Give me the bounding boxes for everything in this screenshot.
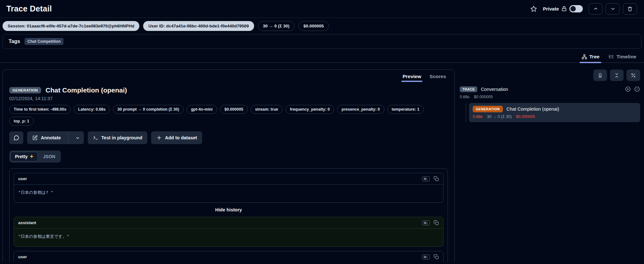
message-content: "日本の首都は? " [14,185,443,202]
message-header-icons: M↓ [422,220,439,225]
trace-root-row[interactable]: TRACE Conversation [460,86,640,92]
message-role: assistant [18,220,36,225]
panel-tabs: Preview Scores [3,70,454,82]
annotate-dropdown-button[interactable] [71,131,84,144]
generation-node-card[interactable]: GENERATION Chat Completion (openai) 0.68… [469,103,640,122]
format-toggle: Pretty ✦ JSON [9,150,61,163]
add-to-dataset-label: Add to dataset [165,135,197,140]
sparkles-icon: ✦ [30,154,34,159]
main-content: Preview Scores GENERATION Chat Completio… [0,70,644,262]
tree-children: GENERATION Chat Completion (openai) 0.68… [466,103,640,122]
message-card-user-1: user M↓ "日本の首都は? " [14,173,443,203]
delete-trace-button[interactable] [623,3,637,15]
message-header: user M↓ [14,173,443,185]
trace-latency: 0.68s [460,95,470,99]
user-id-chip[interactable]: User ID: dc47a41e-06bc-400d-bde1-f0e440d… [143,21,254,31]
tab-tree[interactable]: Tree [582,54,600,62]
playground-label: Test in playground [101,135,143,140]
trace-badge: TRACE [460,86,477,92]
collapse-all-icon[interactable] [610,70,624,81]
trace-chip-row: Session: 01aaacf6-e0fe-457d-a7de-7c1ee08… [0,18,644,33]
spacer [14,247,443,251]
next-trace-button[interactable] [606,3,620,15]
node-cost: $0.000005 [516,114,535,119]
message-header-icons: M↓ [422,254,439,260]
message-role: user [18,176,27,181]
tree-icon [582,54,587,60]
message-card-user-2: user M↓ "ありがとう" [14,251,443,262]
page-header: Trace Detail Private [0,0,644,18]
tab-tree-label: Tree [589,54,600,60]
tags-bar: Tags Chat Competition [3,34,641,49]
split-divider [68,131,69,144]
plus-icon [156,135,162,141]
message-content: "日本の首都は東京です。" [14,229,443,246]
copy-icon[interactable] [434,220,439,225]
header-controls: Private [530,3,637,15]
observation-meta-badges: Time to first token: -498.00s Latency: 0… [3,101,436,126]
privacy-control: Private [543,5,583,12]
privacy-toggle[interactable] [569,5,583,12]
view-tabs: Tree Timeline [0,51,644,63]
tab-preview[interactable]: Preview [403,74,421,82]
format-pretty-button[interactable]: Pretty ✦ [11,152,38,161]
meta-pill-tokens: 30 prompt → 0 completion (Σ 30) [113,105,184,114]
markdown-toggle-icon[interactable]: M↓ [422,176,430,181]
trace-cost: $0.000005 [474,95,493,99]
comment-button[interactable] [9,131,23,144]
scores-award-icon[interactable] [593,70,607,81]
tag-chat-competition[interactable]: Chat Competition [25,38,63,45]
meta-pill-top-p: top_p: 1 [9,117,34,126]
tree-zoom-icons [625,86,640,92]
tab-scores[interactable]: Scores [429,74,446,82]
metrics-percent-icon[interactable] [626,70,640,81]
meta-pill-latency: Latency: 0.68s [74,105,110,114]
terminal-icon [93,135,99,141]
node-name: Chat Completion (openai) [507,106,559,112]
markdown-toggle-icon[interactable]: M↓ [422,220,430,225]
meta-pill-model[interactable]: gpt-4o-mini [187,105,217,114]
bookmark-star-icon[interactable] [530,5,537,12]
message-card-assistant: assistant M↓ "日本の首都は東京です。" [14,217,443,247]
previous-trace-button[interactable] [589,3,603,15]
timeline-list-icon [608,54,614,60]
meta-pill-frequency-penalty: frequency_penalty: 0 [285,105,334,114]
trace-name: Conversation [481,87,508,92]
page-title: Trace Detail [6,4,52,13]
meta-pill-stream: stream: true [251,105,282,114]
total-cost-chip: $0.000005 [298,21,329,31]
observation-title: Chat Completion (openai) [46,86,127,94]
copy-icon[interactable] [434,176,439,181]
node-latency: 0.68s [473,114,483,119]
message-header: user M↓ [14,251,443,262]
message-role: user [18,254,27,259]
node-header: GENERATION Chat Completion (openai) [473,106,636,112]
trace-nav-buttons [589,3,637,15]
annotate-label: Annotate [41,135,61,140]
messages-container: user M↓ "日本の首都は? " Hide history assistan… [9,168,448,262]
trace-tree-panel: TRACE Conversation 0.68s $0.000005 GENER… [460,70,640,122]
hide-history-button[interactable]: Hide history [14,203,443,217]
tab-timeline[interactable]: Timeline [608,54,636,62]
collapse-minus-circle-icon[interactable] [634,86,640,92]
format-json-button[interactable]: JSON [39,152,60,161]
copy-icon[interactable] [434,254,439,260]
pretty-label: Pretty [15,154,28,159]
expand-plus-circle-icon[interactable] [625,86,631,92]
node-metrics: 0.68s 30 → 0 (Σ 30) $0.000005 [473,114,636,119]
privacy-label: Private [543,6,559,11]
trace-metrics: 0.68s $0.000005 [460,95,640,99]
markdown-toggle-icon[interactable]: M↓ [422,254,430,260]
tree-panel-toolbar [460,70,640,81]
token-usage-chip: 30 → 0 (Σ 30) [258,21,295,31]
test-in-playground-button[interactable]: Test in playground [88,131,148,144]
observation-header: GENERATION Chat Completion (openai) [3,82,454,94]
observation-preview-card: Preview Scores GENERATION Chat Completio… [3,70,455,262]
node-tokens: 30 → 0 (Σ 30) [487,114,512,119]
annotate-button[interactable]: Annotate [27,131,65,144]
message-header-icons: M↓ [422,176,439,181]
node-generation-badge: GENERATION [473,106,503,112]
meta-pill-cost: $0.000005 [220,105,248,114]
add-to-dataset-button[interactable]: Add to dataset [151,131,202,144]
session-chip[interactable]: Session: 01aaacf6-e0fe-457d-a7de-7c1ee08… [3,21,139,31]
